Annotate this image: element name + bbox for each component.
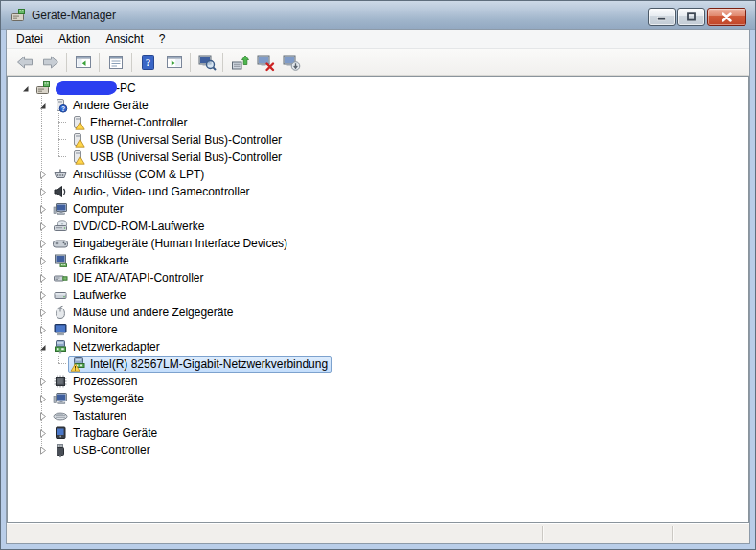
update-driver-button[interactable] bbox=[226, 51, 252, 74]
maximize-button[interactable] bbox=[677, 8, 705, 26]
tree-expander-expanded-icon[interactable] bbox=[37, 342, 48, 353]
menu-ansicht[interactable]: Ansicht bbox=[98, 31, 150, 48]
tree-item-label: Intel(R) 82567LM-Gigabit-Netzwerkverbind… bbox=[90, 357, 328, 371]
unknown-device-warning-icon bbox=[70, 149, 85, 165]
show-action-pane-button[interactable] bbox=[161, 51, 187, 74]
tree-item-label: Tastaturen bbox=[73, 409, 126, 423]
menu-bar: DateiAktionAnsicht? bbox=[7, 30, 749, 49]
tree-expander-spacer bbox=[55, 118, 65, 128]
statusbar-separator bbox=[672, 526, 673, 541]
tree-item-audio-video-und-gamecontroller[interactable]: Audio-, Video- und Gamecontroller bbox=[9, 183, 747, 200]
tree-expander-collapsed-icon[interactable] bbox=[37, 187, 48, 197]
tree-item-label: Laufwerke bbox=[73, 288, 126, 302]
device-manager-icon bbox=[35, 80, 51, 96]
tree-item-label: USB-Controller bbox=[73, 444, 150, 457]
tree-expander-expanded-icon[interactable] bbox=[20, 83, 31, 94]
tree-item-ethernet-controller[interactable]: Ethernet-Controller bbox=[9, 114, 747, 131]
tree-item-label: DVD/CD-ROM-Laufwerke bbox=[73, 219, 204, 233]
tree-expander-collapsed-icon[interactable] bbox=[37, 377, 48, 387]
monitor-device-icon bbox=[53, 322, 68, 337]
minimize-button[interactable] bbox=[648, 8, 676, 26]
tree-item-pc[interactable]: -PC bbox=[9, 80, 747, 97]
tree-expander-collapsed-icon[interactable] bbox=[37, 394, 48, 404]
tree-item-anschluesse-com-lpt[interactable]: Anschlüsse (COM & LPT) bbox=[9, 166, 747, 183]
tree-item-dvd-cd-rom-laufwerke[interactable]: DVD/CD-ROM-Laufwerke bbox=[9, 218, 747, 235]
tree-expander-collapsed-icon[interactable] bbox=[37, 256, 48, 266]
tree-item-intel-r-82567lm-gigabit-netzwerkverbindung[interactable]: Intel(R) 82567LM-Gigabit-Netzwerkverbind… bbox=[9, 355, 747, 373]
tree-item-eingabegeraete-human-interface-devices[interactable]: Eingabegeräte (Human Interface Devices) bbox=[9, 235, 747, 252]
toolbar: ? bbox=[7, 49, 749, 76]
tree-expander-collapsed-icon[interactable] bbox=[37, 446, 48, 456]
disable-device-button[interactable] bbox=[278, 51, 304, 74]
tree-expander-collapsed-icon[interactable] bbox=[37, 239, 48, 249]
tree-item-netzwerkadapter[interactable]: Netzwerkadapter bbox=[9, 338, 747, 355]
mouse-device-icon bbox=[53, 305, 68, 320]
tree-expander-collapsed-icon[interactable] bbox=[37, 221, 48, 232]
help-icon: ? bbox=[140, 54, 157, 71]
properties-button[interactable] bbox=[103, 51, 128, 74]
tree-item-ide-ata-atapi-controller[interactable]: IDE ATA/ATAPI-Controller bbox=[9, 269, 747, 286]
back-arrow-icon bbox=[15, 53, 34, 72]
tree-expander-spacer bbox=[55, 152, 65, 163]
unknown-device-warning-icon bbox=[70, 115, 85, 130]
graphics-card-icon bbox=[53, 253, 68, 268]
minimize-icon bbox=[656, 12, 667, 21]
tree-expander-collapsed-icon[interactable] bbox=[37, 428, 48, 439]
tree-expander-collapsed-icon[interactable] bbox=[37, 204, 48, 215]
forward-arrow-icon bbox=[41, 53, 60, 72]
uninstall-device-icon bbox=[256, 53, 275, 72]
keyboard-device-icon bbox=[53, 408, 68, 424]
ports-icon bbox=[53, 167, 68, 182]
tree-item-usb-universal-serial-bus-controller[interactable]: USB (Universal Serial Bus)-Controller bbox=[9, 149, 747, 166]
tree-item-grafikkarte[interactable]: Grafikkarte bbox=[9, 252, 747, 269]
tree-expander-collapsed-icon[interactable] bbox=[37, 273, 48, 284]
back-button[interactable] bbox=[11, 51, 37, 74]
close-button[interactable] bbox=[707, 8, 746, 26]
device-manager-icon bbox=[11, 8, 26, 23]
tree-expander-collapsed-icon[interactable] bbox=[37, 411, 48, 422]
tree-item-maeuse-und-andere-zeigegeraete[interactable]: Mäuse und andere Zeigegeräte bbox=[9, 304, 747, 321]
tree-item-computer[interactable]: Computer bbox=[9, 200, 747, 218]
tree-item-usb-controller[interactable]: USB-Controller bbox=[9, 442, 747, 459]
tree-expander-collapsed-icon[interactable] bbox=[37, 290, 48, 301]
tree-item-andere-geraete[interactable]: ?Andere Geräte bbox=[9, 97, 747, 114]
unknown-device-warning-icon bbox=[70, 132, 85, 148]
tree-item-label: Eingabegeräte (Human Interface Devices) bbox=[73, 237, 287, 250]
device-manager-window: Geräte-Manager DateiAktionAnsicht? ? -PC… bbox=[0, 0, 756, 550]
menu-aktion[interactable]: Aktion bbox=[51, 31, 98, 48]
device-tree: -PC?Andere GeräteEthernet-ControllerUSB … bbox=[7, 76, 749, 523]
tree-item-tragbare-geraete[interactable]: Tragbare Geräte bbox=[9, 424, 747, 442]
tree-item-systemgeraete[interactable]: Systemgeräte bbox=[9, 390, 747, 407]
tree-item-monitore[interactable]: Monitore bbox=[9, 321, 747, 338]
properties-icon bbox=[107, 54, 125, 71]
tree-item-prozessoren[interactable]: Prozessoren bbox=[9, 373, 747, 390]
show-console-tree-button[interactable] bbox=[70, 51, 96, 74]
tree-item-laufwerke[interactable]: Laufwerke bbox=[9, 286, 747, 304]
network-adapter-icon bbox=[53, 339, 68, 355]
tree-expander-collapsed-icon[interactable] bbox=[37, 325, 48, 335]
scan-hardware-changes-button[interactable] bbox=[194, 51, 219, 74]
menu-help[interactable]: ? bbox=[151, 31, 173, 48]
hid-device-icon bbox=[53, 236, 68, 251]
uninstall-device-button[interactable] bbox=[252, 51, 278, 74]
tree-expander-spacer bbox=[55, 359, 65, 370]
tree-item-usb-universal-serial-bus-controller[interactable]: USB (Universal Serial Bus)-Controller bbox=[9, 131, 747, 149]
svg-text:?: ? bbox=[61, 105, 65, 112]
tree-item-label: USB (Universal Serial Bus)-Controller bbox=[90, 150, 282, 164]
menu-datei[interactable]: Datei bbox=[9, 31, 51, 48]
update-driver-icon bbox=[230, 53, 249, 72]
tree-expander-collapsed-icon[interactable] bbox=[37, 170, 48, 180]
unknown-device-icon: ? bbox=[53, 98, 68, 113]
tree-item-tastaturen[interactable]: Tastaturen bbox=[9, 407, 747, 424]
tree-expander-spacer bbox=[55, 135, 65, 146]
tree-expander-collapsed-icon[interactable] bbox=[37, 308, 48, 318]
title-bar[interactable]: Geräte-Manager bbox=[1, 1, 755, 30]
maximize-icon bbox=[686, 12, 697, 21]
audio-controller-icon bbox=[53, 184, 68, 199]
tree-item-label: Anschlüsse (COM & LPT) bbox=[73, 168, 204, 181]
tree-expander-expanded-icon[interactable] bbox=[37, 101, 48, 111]
svg-text:?: ? bbox=[145, 57, 150, 68]
help-button[interactable]: ? bbox=[135, 51, 161, 74]
forward-button[interactable] bbox=[37, 51, 63, 74]
computer-device-icon bbox=[53, 201, 68, 217]
